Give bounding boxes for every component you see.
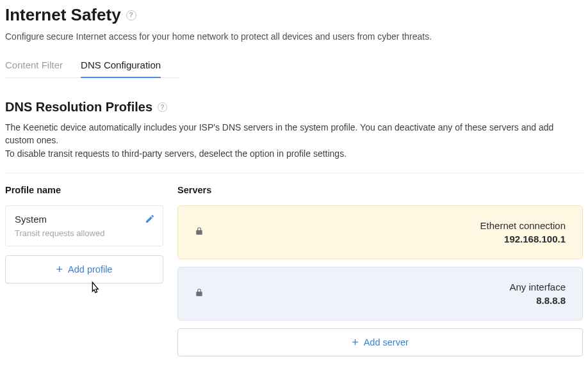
- server-row[interactable]: Any interface 8.8.8.8: [177, 267, 583, 321]
- server-label: Any interface: [509, 282, 566, 292]
- section-description: The Keenetic device automatically includ…: [5, 121, 583, 160]
- profile-sublabel: Transit requests allowed: [15, 228, 154, 238]
- column-header-profile: Profile name: [5, 185, 167, 195]
- server-label: Ethernet connection: [480, 220, 566, 231]
- column-header-servers: Servers: [177, 185, 583, 195]
- add-server-label: Add server: [364, 337, 409, 347]
- page-title: Internet Safety: [5, 5, 121, 25]
- section-title: DNS Resolution Profiles: [5, 100, 152, 115]
- profile-name: System: [15, 214, 154, 225]
- lock-icon: [195, 227, 204, 238]
- help-icon[interactable]: ?: [158, 102, 167, 112]
- tab-dns-configuration[interactable]: DNS Configuration: [81, 60, 161, 78]
- add-profile-label: Add profile: [68, 264, 112, 274]
- tab-bar: Content Filter DNS Configuration: [5, 60, 179, 78]
- profile-row[interactable]: System Transit requests allowed: [5, 205, 163, 246]
- lock-icon: [195, 288, 204, 299]
- plus-icon: +: [352, 337, 359, 348]
- server-ip: 192.168.100.1: [480, 234, 566, 244]
- edit-icon[interactable]: [145, 214, 155, 224]
- page-subtitle: Configure secure Internet access for you…: [5, 31, 583, 42]
- plus-icon: +: [56, 264, 63, 275]
- add-profile-button[interactable]: + Add profile: [5, 255, 163, 283]
- server-ip: 8.8.8.8: [509, 295, 566, 306]
- tab-content-filter[interactable]: Content Filter: [5, 60, 63, 77]
- add-server-button[interactable]: + Add server: [177, 328, 583, 356]
- server-row[interactable]: Ethernet connection 192.168.100.1: [177, 205, 583, 259]
- help-icon[interactable]: ?: [126, 10, 136, 20]
